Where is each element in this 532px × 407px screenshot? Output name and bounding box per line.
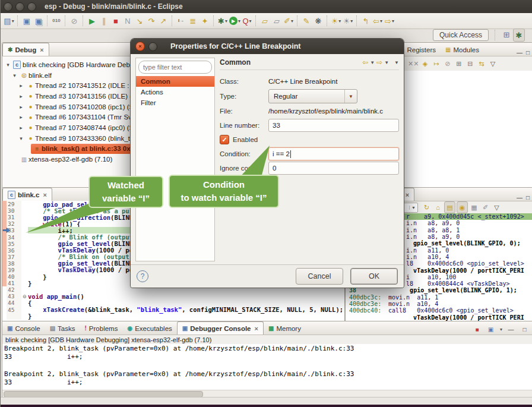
fold-marker-icon[interactable]: ⊖ — [21, 294, 28, 299]
window-minimize-button[interactable] — [15, 2, 24, 11]
maximize-view-icon[interactable]: □ — [526, 49, 530, 56]
profile-icon[interactable]: ✦ — [200, 15, 210, 27]
code-line[interactable]: 45 xTaskCreate(&blink_task, "blink_task"… — [2, 307, 344, 313]
help-icon[interactable]: ? — [137, 270, 148, 282]
remove-all-breakpoints-icon[interactable]: ✕✕ — [408, 58, 419, 69]
chevron-down-icon[interactable]: ▾ — [249, 18, 252, 24]
window-maximize-button[interactable] — [27, 2, 36, 11]
chevron-down-icon[interactable]: ▼ — [409, 206, 417, 210]
mark-occurrences-icon[interactable]: ✎ — [301, 15, 312, 27]
build-all-icon[interactable]: ❋ — [313, 15, 324, 27]
close-icon[interactable]: × — [406, 191, 409, 198]
tab-blink-c[interactable]: c blink.c × — [2, 188, 52, 201]
dialog-nav-filter[interactable]: Filter — [136, 97, 214, 108]
chevron-down-icon[interactable]: ▾ — [350, 18, 353, 24]
use-step-filters-icon[interactable]: ≣ — [188, 15, 198, 27]
new-icon[interactable]: ▤▾ — [4, 15, 14, 27]
code-line[interactable]: 43⊖void app_main() — [2, 293, 344, 299]
minimize-view-icon[interactable]: — — [517, 49, 522, 56]
disassembly-row[interactable]: 400dbc3c:movi.n a11, 1 — [346, 294, 532, 301]
last-edit-location-icon[interactable]: ↰ — [360, 15, 371, 27]
tree-expanded-arrow-icon[interactable]: ▾ — [5, 62, 11, 68]
chevron-down-icon[interactable]: ▾ — [392, 18, 394, 24]
maximize-view-icon[interactable]: □ — [526, 194, 530, 201]
close-icon[interactable]: × — [40, 46, 43, 53]
disconnect-icon[interactable]: N — [122, 15, 133, 27]
tab-modules[interactable]: ▦Modules — [441, 43, 484, 56]
close-icon[interactable]: × — [43, 191, 46, 198]
open-type-icon[interactable]: ▱ — [259, 15, 270, 27]
tab-memory[interactable]: ▦Memory — [264, 322, 306, 335]
chevron-down-icon[interactable]: ▾ — [238, 18, 240, 24]
chevron-down-icon[interactable]: ▾ — [225, 18, 227, 24]
pin-editor-icon[interactable]: ✐▾ — [283, 15, 294, 27]
tab-console[interactable]: ▣Console — [2, 322, 45, 335]
back-icon[interactable]: ⇦▾ — [372, 15, 383, 27]
filter-input[interactable] — [139, 63, 212, 71]
tree-collapsed-arrow-icon[interactable]: ▸ — [18, 83, 24, 89]
console-output[interactable]: Breakpoint 2, blink_task (pvParameter=0x… — [2, 344, 532, 390]
tree-collapsed-arrow-icon[interactable]: ▸ — [18, 114, 24, 120]
refresh-disassembly-icon[interactable]: ↻ — [422, 202, 432, 213]
dialog-minimize-button[interactable] — [148, 42, 157, 51]
tree-expanded-arrow-icon[interactable]: ▾ — [18, 135, 24, 141]
suspend-icon[interactable]: ∥ — [99, 15, 109, 27]
save-all-icon[interactable]: ▣ — [33, 15, 44, 27]
code-line[interactable]: 44{ — [2, 299, 344, 306]
tree-collapsed-arrow-icon[interactable]: ▸ — [18, 125, 24, 131]
terminate-console-icon[interactable]: ■ — [472, 324, 482, 335]
build-binary-icon[interactable]: 010 — [51, 15, 62, 27]
debug-perspective-icon[interactable]: ✱ — [513, 29, 525, 42]
sync-with-pc-icon[interactable]: ◉ — [457, 201, 468, 213]
line-number-input[interactable]: 33 — [268, 119, 399, 132]
view-menu-icon[interactable]: ▽ — [487, 58, 498, 69]
show-source-icon[interactable]: ▤ — [444, 201, 455, 213]
dialog-nav-actions[interactable]: Actions — [136, 87, 214, 97]
tree-collapsed-arrow-icon[interactable]: ▸ — [18, 104, 24, 110]
link-with-debug-icon[interactable]: ⇆ — [476, 58, 486, 69]
close-icon[interactable]: × — [255, 325, 258, 332]
toggle-bookmarks-icon[interactable]: ☀▾ — [343, 15, 353, 27]
ignore-count-input[interactable]: 0 — [268, 162, 399, 175]
chevron-down-icon[interactable]: ▾ — [500, 327, 502, 332]
tree-expanded-arrow-icon[interactable]: ▾ — [11, 72, 18, 78]
toggle-annotations-icon[interactable]: ☀▾ — [331, 15, 341, 27]
window-close-button[interactable] — [4, 2, 12, 11]
open-new-view-icon[interactable]: ▦ — [469, 202, 479, 213]
home-icon[interactable]: ⌂ — [433, 202, 443, 213]
tab-debugger-console[interactable]: ▣Debugger Console× — [177, 321, 264, 335]
tab-debug[interactable]: ✱ Debug × — [2, 43, 49, 56]
skip-all-breakpoints-icon[interactable]: ⊘ — [442, 58, 452, 69]
dialog-close-button[interactable]: × — [135, 42, 145, 51]
minimize-view-icon[interactable]: — — [506, 324, 516, 335]
maximize-view-icon[interactable]: □ — [520, 324, 530, 335]
resume-icon[interactable]: ▶ — [87, 15, 97, 27]
tab-tasks[interactable]: ▤Tasks — [45, 322, 80, 335]
ok-button[interactable]: OK — [350, 268, 398, 285]
condition-input[interactable]: i == 2 — [268, 147, 399, 160]
cancel-button[interactable]: Cancel — [296, 268, 343, 285]
step-return-icon[interactable]: ↗ — [158, 15, 169, 27]
view-menu-icon[interactable]: ▽ — [492, 202, 502, 213]
chevron-down-icon[interactable]: ▼ — [384, 60, 389, 65]
chevron-down-icon[interactable]: ▾ — [12, 18, 14, 24]
step-into-icon[interactable]: ↘ — [134, 15, 145, 27]
breakpoints-list-area[interactable] — [394, 71, 532, 188]
terminate-icon[interactable]: ■ — [110, 15, 121, 27]
forward-icon[interactable]: ⇨ — [376, 58, 382, 67]
debug-icon[interactable]: ✱▾ — [217, 15, 228, 27]
show-breakpoint-types-icon[interactable]: ◈ — [420, 58, 430, 69]
chevron-down-icon[interactable]: ▾ — [291, 18, 293, 24]
external-tools-icon[interactable]: Q▾ — [242, 15, 252, 27]
pin-view-icon[interactable]: ✐ — [480, 202, 490, 213]
chevron-down-icon[interactable]: ▾ — [338, 18, 341, 24]
chevron-down-icon[interactable]: ▼ — [370, 60, 375, 65]
forward-icon[interactable]: ⇨▾ — [384, 15, 395, 27]
tree-collapsed-arrow-icon[interactable]: ▸ — [18, 93, 24, 99]
view-menu-icon[interactable]: ▼ — [394, 60, 399, 65]
code-line[interactable]: } — [2, 313, 344, 320]
disassembly-row[interactable]: vTaskDelay(1000 / portTICK_PERI — [346, 314, 532, 320]
type-dropdown[interactable]: Regular ▼ — [268, 89, 357, 103]
collapse-all-icon[interactable]: ⊟ — [465, 58, 475, 69]
display-selected-console-icon[interactable]: ▣ — [486, 324, 496, 335]
